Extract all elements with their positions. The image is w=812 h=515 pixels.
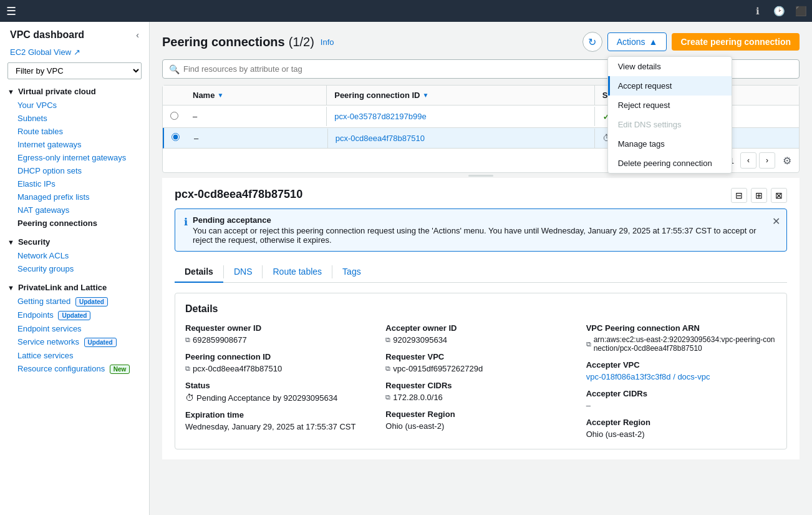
info-link[interactable]: Info xyxy=(321,37,334,47)
sidebar-section-vpc: ▼ Virtual private cloud Your VPCs Subnet… xyxy=(0,84,149,230)
dropdown-item-manage-tags[interactable]: Manage tags xyxy=(608,134,732,154)
detail-accepter-owner-id: Accepter owner ID ⧉ 920293095634 xyxy=(385,323,576,345)
table-settings-icon[interactable]: ⚙ xyxy=(783,155,791,167)
sidebar-item-getting-started[interactable]: Getting started Updated xyxy=(0,295,149,308)
table-row2-name: – xyxy=(186,129,328,148)
detail-status: Status ⏱ Pending Acceptance by 920293095… xyxy=(185,381,375,403)
tab-route-tables[interactable]: Route tables xyxy=(263,262,332,283)
tab-details[interactable]: Details xyxy=(175,262,223,283)
dropdown-item-reject-request[interactable]: Reject request xyxy=(608,96,732,115)
detail-accepter-cidrs: Accepter CIDRs – xyxy=(586,389,776,410)
details-column-3: VPC Peering connection ARN ⧉ arn:aws:ec2… xyxy=(586,323,776,439)
chevron-down-icon: ▼ xyxy=(7,88,14,96)
create-peering-connection-button[interactable]: Create peering connection xyxy=(672,33,800,51)
actions-dropdown-menu: View details Accept request Reject reque… xyxy=(607,56,732,174)
display-icon[interactable]: ⬛ xyxy=(790,0,812,22)
sidebar-section-security-header[interactable]: ▼ Security xyxy=(0,235,149,249)
table-row2-id: pcx-0cd8eea4f78b87510 xyxy=(328,129,596,148)
sidebar-item-endpoint-services[interactable]: Endpoint services xyxy=(0,322,149,335)
table-row1-id: pcx-0e35787d82197b99e xyxy=(327,107,594,126)
details-column-2: Accepter owner ID ⧉ 920293095634 Request… xyxy=(385,323,576,439)
detail-accepter-vpc: Accepter VPC vpc-018f086a13f3c3f8d / doc… xyxy=(586,360,776,381)
copy-peering-connection-id-icon[interactable]: ⧉ xyxy=(185,365,190,373)
page-title-count: (1/2) xyxy=(289,35,314,49)
menu-icon[interactable]: ☰ xyxy=(0,0,22,22)
main-content: Peering connections (1/2) Info ↻ Actions… xyxy=(150,22,812,515)
refresh-button[interactable]: ↻ xyxy=(582,32,602,52)
sidebar-item-service-networks[interactable]: Service networks Updated xyxy=(0,335,149,349)
getting-started-updated-badge: Updated xyxy=(75,297,108,307)
details-section: Details Requester owner ID ⧉ 69285990867… xyxy=(175,293,787,449)
alert-banner: ℹ Pending acceptance You can accept or r… xyxy=(175,208,787,252)
sort-icon-name[interactable]: ▼ xyxy=(217,92,223,99)
copy-requester-owner-id-icon[interactable]: ⧉ xyxy=(185,336,190,344)
detail-vpc-peering-arn: VPC Peering connection ARN ⧉ arn:aws:ec2… xyxy=(586,323,776,353)
sidebar-item-route-tables[interactable]: Route tables xyxy=(0,125,149,138)
copy-requester-vpc-icon[interactable]: ⧉ xyxy=(385,365,390,373)
sidebar-item-security-groups[interactable]: Security groups xyxy=(0,262,149,275)
sidebar-item-endpoints[interactable]: Endpoints Updated xyxy=(0,308,149,322)
sidebar-item-your-vpcs[interactable]: Your VPCs xyxy=(0,99,149,112)
sidebar-item-egress-only-internet-gateways[interactable]: Egress-only internet gateways xyxy=(0,151,149,164)
copy-accepter-owner-id-icon[interactable]: ⧉ xyxy=(385,336,390,344)
tab-tags[interactable]: Tags xyxy=(332,262,371,283)
accepter-vpc-link[interactable]: vpc-018f086a13f3c3f8d / docs-vpc xyxy=(586,372,710,381)
details-column-1: Requester owner ID ⧉ 692859908677 Peerin… xyxy=(185,323,375,439)
page-header: Peering connections (1/2) Info ↻ Actions… xyxy=(162,32,800,52)
dropdown-item-view-details[interactable]: View details xyxy=(608,57,732,76)
info-icon[interactable]: ℹ xyxy=(747,0,768,22)
filter-by-vpc-select[interactable]: Filter by VPC xyxy=(7,62,142,79)
sidebar-section-security: ▼ Security Network ACLs Security groups xyxy=(0,235,149,275)
detail-panel-wrapper: ⊟ ⊞ ⊠ pcx-0cd8eea4f78b87510 ℹ Pending ac… xyxy=(162,178,800,459)
sidebar-item-subnets[interactable]: Subnets xyxy=(0,112,149,125)
sidebar-section-vpc-header[interactable]: ▼ Virtual private cloud xyxy=(0,84,149,99)
detail-panel-icons: ⊟ ⊞ ⊠ xyxy=(731,188,787,203)
actions-button[interactable]: Actions ▲ xyxy=(607,32,667,51)
sidebar-item-dhcp-option-sets[interactable]: DHCP option sets xyxy=(0,164,149,177)
sidebar-section-privatelink-header[interactable]: ▼ PrivateLink and Lattice xyxy=(0,280,149,295)
table-row2-peering-id-link[interactable]: pcx-0cd8eea4f78b87510 xyxy=(336,134,425,143)
table-header-id: Peering connection ID ▼ xyxy=(327,86,594,105)
sidebar-item-peering-connections: Peering connections xyxy=(0,217,149,230)
sidebar-item-internet-gateways[interactable]: Internet gateways xyxy=(0,138,149,151)
sidebar-item-managed-prefix-lists[interactable]: Managed prefix lists xyxy=(0,190,149,204)
table-row2-radio-cell[interactable] xyxy=(164,128,186,148)
dropdown-item-accept-request[interactable]: Accept request xyxy=(608,76,732,96)
copy-vpc-peering-arn-icon[interactable]: ⧉ xyxy=(586,340,591,348)
pagination-next-button[interactable]: › xyxy=(759,152,775,169)
table-row1-name: – xyxy=(185,107,327,126)
sidebar-collapse-button[interactable]: ‹ xyxy=(136,30,139,40)
dropdown-item-edit-dns-settings: Edit DNS settings xyxy=(608,115,732,134)
panel-split-horizontal-icon[interactable]: ⊟ xyxy=(731,188,747,203)
sidebar-filter: Filter by VPC xyxy=(7,62,142,79)
sort-icon-id[interactable]: ▼ xyxy=(422,92,428,99)
table-row1-peering-id-link[interactable]: pcx-0e35787d82197b99e xyxy=(334,112,426,121)
sidebar-item-elastic-ips[interactable]: Elastic IPs xyxy=(0,177,149,190)
table-row1-radio-cell[interactable] xyxy=(163,107,185,127)
sidebar-item-network-acls[interactable]: Network ACLs xyxy=(0,249,149,262)
panel-resizer[interactable] xyxy=(162,173,800,178)
alert-close-button[interactable]: ✕ xyxy=(772,215,780,227)
sidebar-item-lattice-services[interactable]: Lattice services xyxy=(0,349,149,362)
panel-split-vertical-icon[interactable]: ⊞ xyxy=(751,188,767,203)
chevron-down-icon-security: ▼ xyxy=(7,238,14,246)
panel-expand-icon[interactable]: ⊠ xyxy=(771,188,787,203)
sidebar-item-nat-gateways[interactable]: NAT gateways xyxy=(0,204,149,217)
dropdown-item-delete-peering-connection[interactable]: Delete peering connection xyxy=(608,154,732,173)
clock-icon[interactable]: 🕑 xyxy=(768,0,790,22)
sidebar-item-resource-configurations[interactable]: Resource configurations New xyxy=(0,362,149,376)
status-field-icon: ⏱ xyxy=(185,393,194,403)
tab-dns[interactable]: DNS xyxy=(224,262,263,283)
copy-requester-cidrs-icon[interactable]: ⧉ xyxy=(385,393,390,401)
table-row2-radio[interactable] xyxy=(172,133,180,141)
detail-title: pcx-0cd8eea4f78b87510 xyxy=(175,188,787,201)
sidebar-header: VPC dashboard ‹ xyxy=(0,22,149,46)
pagination-prev-button[interactable]: ‹ xyxy=(740,152,756,169)
endpoints-updated-badge: Updated xyxy=(58,311,90,320)
table-row1-radio[interactable] xyxy=(170,112,178,120)
table-radio-header xyxy=(163,91,185,101)
resizer-handle xyxy=(468,175,493,177)
actions-chevron-icon: ▲ xyxy=(649,37,658,47)
sidebar-ec2-global-view-link[interactable]: EC2 Global View ↗ xyxy=(0,46,149,59)
alert-body: You can accept or reject this peering co… xyxy=(193,226,778,245)
